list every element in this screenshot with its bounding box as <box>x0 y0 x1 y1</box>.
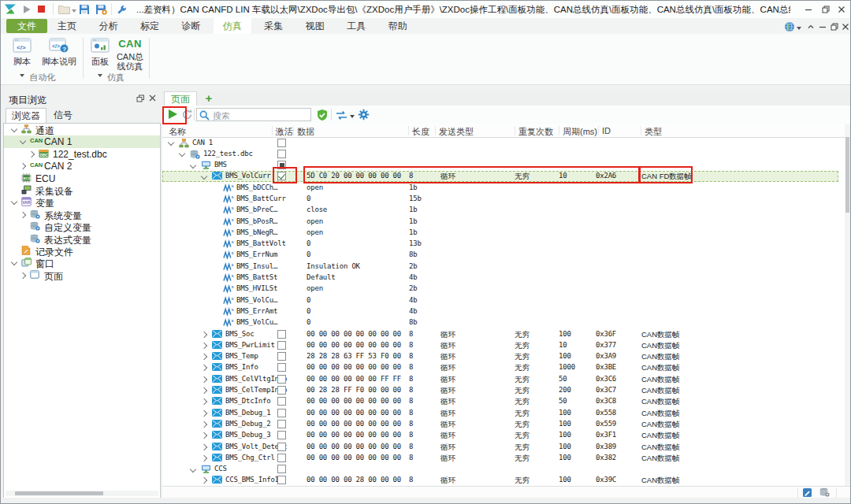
table-row[interactable]: sBMS_Insul…Insulation OK2b <box>162 261 845 272</box>
expander-icon[interactable] <box>20 163 26 169</box>
activate-checkbox[interactable] <box>277 161 286 169</box>
table-row[interactable]: sBMS_BattStDefault4b <box>162 272 845 284</box>
sidebar-item-devices[interactable]: 采集设备 <box>4 184 160 196</box>
table-row[interactable]: BMS_DtcInfo00 00 00 00 00 00 00 008循环无穷5… <box>162 396 845 407</box>
quick-run-icon[interactable] <box>22 5 32 14</box>
table-row[interactable]: BMS_Info00 00 00 00 00 00 00 008循环无穷1000… <box>162 362 845 373</box>
expander-icon[interactable] <box>11 259 17 265</box>
expander-icon[interactable] <box>201 354 207 360</box>
sidebar-item-ecu[interactable]: ECUECU <box>4 172 160 184</box>
menu-tab-simulation[interactable]: 仿真 <box>214 18 251 34</box>
new-tab-button[interactable]: + <box>200 91 217 106</box>
tab-signals[interactable]: 信号 <box>48 108 78 123</box>
menu-tab-tools[interactable]: 工具 <box>337 18 375 34</box>
expander-icon[interactable] <box>201 398 207 405</box>
table-row[interactable]: BMS_VolCurr5D C0 20 00 00 00 00 008循环无穷1… <box>162 171 838 182</box>
column-header[interactable]: 重复次数 <box>518 126 553 138</box>
expander-icon[interactable] <box>201 455 207 461</box>
column-header[interactable]: 类型 <box>645 126 662 138</box>
activate-checkbox[interactable] <box>277 420 286 428</box>
expander-icon[interactable] <box>201 477 207 484</box>
ribbon-collapse-button[interactable] <box>805 20 816 32</box>
sidebar-item-record-files[interactable]: 记录文件 <box>4 245 160 257</box>
open-dropdown-icon[interactable] <box>72 9 76 13</box>
language-dropdown-icon[interactable] <box>797 27 801 30</box>
table-row[interactable]: sBMS_HVILStopen2b <box>162 284 845 295</box>
mdi-minimize-button[interactable] <box>816 20 828 32</box>
expander-icon[interactable] <box>11 198 17 205</box>
expander-icon[interactable] <box>201 365 207 371</box>
file-menu-button[interactable]: 文件 <box>6 19 47 33</box>
tab-page[interactable]: 页面 <box>164 91 197 106</box>
activate-checkbox[interactable] <box>277 409 286 417</box>
table-row[interactable]: sBMS_VolCu…04b <box>162 295 845 306</box>
menu-tab-acquisition[interactable]: 采集 <box>255 18 292 34</box>
table-row[interactable]: BMS_Volt_Detect00 00 00 00 00 00 00 008循… <box>162 441 845 452</box>
panel-close-icon[interactable] <box>149 94 156 102</box>
column-header[interactable]: ID <box>602 126 611 135</box>
table-row[interactable]: sBMS_bDCCh…open1b <box>162 182 845 193</box>
expander-icon[interactable] <box>201 432 207 439</box>
expander-icon[interactable] <box>168 139 174 146</box>
tools-wrench-icon[interactable] <box>117 5 127 15</box>
menu-tab-view[interactable]: 视图 <box>296 18 334 34</box>
table-row[interactable]: BMS <box>162 160 845 171</box>
column-header[interactable]: 激活 <box>276 126 293 138</box>
column-header[interactable]: 数据 <box>297 126 314 138</box>
sidebar-item-system-vars[interactable]: 系统变量 <box>4 209 160 220</box>
menu-tab-home[interactable]: 主页 <box>48 18 86 34</box>
table-row[interactable]: BMS_Temp28 28 28 63 FF 53 F0 008循环无穷1000… <box>162 351 845 362</box>
sidebar-item-dbc-122-test[interactable]: DBC122_test.dbc <box>4 148 160 160</box>
table-row[interactable]: CCS_BMS_Info100 00 00 00 28 00 00 008循环无… <box>162 475 845 486</box>
table-row[interactable]: BMS_PwrLimit00 00 00 00 00 00 00 008循环无穷… <box>162 339 845 350</box>
sidebar-item-can-1[interactable]: CANCAN 1 <box>4 135 160 147</box>
expander-icon[interactable] <box>179 150 185 157</box>
menu-tab-help[interactable]: 帮助 <box>379 18 417 34</box>
activate-checkbox[interactable] <box>277 431 286 439</box>
activate-checkbox[interactable] <box>277 476 286 484</box>
activate-checkbox[interactable] <box>277 363 286 372</box>
activate-checkbox[interactable] <box>277 375 286 384</box>
save-as-icon[interactable] <box>95 4 107 15</box>
panel-float-icon[interactable] <box>136 94 145 102</box>
run-button[interactable] <box>169 109 177 119</box>
menu-tab-analysis[interactable]: 分析 <box>89 18 127 34</box>
table-row[interactable]: CCS <box>162 464 845 475</box>
table-row[interactable]: BMS_Debug_300 00 00 00 00 00 00 008循环无穷1… <box>162 430 845 441</box>
activate-checkbox[interactable] <box>277 150 286 158</box>
sync-dropdown-icon[interactable] <box>350 115 355 118</box>
expander-icon[interactable] <box>201 173 207 180</box>
settings-gear-icon[interactable] <box>358 109 370 120</box>
sidebar-item-variables[interactable]: VAR变量 <box>4 196 160 208</box>
table-row[interactable]: sBMS_bNegR…open1b <box>162 227 845 238</box>
activate-checkbox[interactable] <box>277 386 286 395</box>
table-row[interactable]: BMS_CelTempInfo00 28 28 FF F0 00 00 008循… <box>162 385 845 396</box>
table-row[interactable]: sBMS_ErrNum08b <box>162 250 845 261</box>
activate-checkbox[interactable] <box>277 443 286 451</box>
activate-checkbox[interactable] <box>277 465 286 473</box>
open-file-icon[interactable] <box>58 5 70 14</box>
table-row[interactable]: sBMS_bPreC…close1b <box>162 205 845 216</box>
sidebar-horizontal-scrollbar[interactable] <box>6 491 158 496</box>
mdi-restore-button[interactable] <box>828 20 840 32</box>
table-row[interactable]: sBMS_ErrAmt04b <box>162 306 845 317</box>
expander-icon[interactable] <box>190 465 196 472</box>
sidebar-item-expression-vars[interactable]: 表达式变量 <box>4 233 160 245</box>
menu-tab-calibration[interactable]: 标定 <box>131 18 169 34</box>
table-row[interactable]: BMS_Soc00 00 00 00 00 00 00 008循环无穷1000x… <box>162 328 845 339</box>
activate-checkbox[interactable] <box>277 139 286 147</box>
sidebar-item-can-2[interactable]: CANCAN 2 <box>4 160 160 172</box>
sidebar-item-channels[interactable]: 通道 <box>4 124 160 135</box>
refresh-icon[interactable] <box>181 109 193 120</box>
mdi-close-button[interactable] <box>839 20 851 32</box>
menu-tab-diagnosis[interactable]: 诊断 <box>172 18 210 34</box>
expander-icon[interactable] <box>201 343 207 349</box>
table-row[interactable]: sBMS_BattCurr015b <box>162 193 845 204</box>
language-globe-icon[interactable] <box>783 20 795 32</box>
table-row[interactable]: BMS_Debug_200 00 00 00 00 00 00 008循环无穷1… <box>162 418 845 429</box>
expander-icon[interactable] <box>11 126 17 132</box>
expander-icon[interactable] <box>28 151 35 158</box>
window-restore-button[interactable] <box>819 3 832 16</box>
activate-checkbox[interactable] <box>277 172 286 180</box>
expander-icon[interactable] <box>20 272 26 278</box>
